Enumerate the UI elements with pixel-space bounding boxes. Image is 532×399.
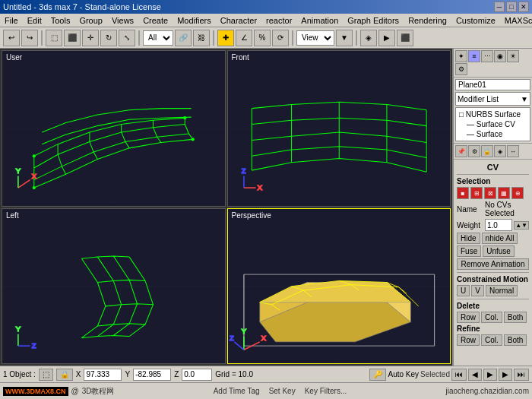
menu-item-modifiers[interactable]: Modifiers [173,15,216,26]
refine-row-button[interactable]: Row [457,334,480,346]
utility-icon[interactable]: ⚙ [455,63,467,75]
quick-render-button[interactable]: ⬛ [397,30,413,46]
select-button[interactable]: ⬚ [46,30,62,46]
delete-both-button[interactable]: Both [504,312,527,323]
minimize-button[interactable]: ─ [494,2,505,12]
make-unique-icon[interactable]: ↔ [507,145,519,157]
modifier-list-dropdown[interactable]: Modifier List ▼ [455,92,530,106]
show-end-result-icon[interactable]: ◈ [494,145,506,157]
object-name-field[interactable]: Plane01 [455,79,530,90]
menu-item-create[interactable]: Create [138,15,173,26]
percent-snap-button[interactable]: % [254,30,271,46]
weight-input[interactable] [485,219,512,231]
snap-button[interactable]: ✚ [217,30,234,46]
cv-sel-icon-4[interactable]: ▦ [498,187,510,199]
transport-end[interactable]: ⏭ [514,369,529,381]
cv-sel-icon-1[interactable]: ■ [457,187,469,199]
delete-col-button[interactable]: Col. [481,312,502,323]
svg-text:X: X [257,183,262,192]
modifier-tree-nurbs[interactable]: □ NURBS Surface [458,109,528,119]
maximize-button[interactable]: □ [506,2,517,12]
reference-coord-dropdown[interactable]: All [143,30,173,46]
select-move-button[interactable]: ✛ [82,30,99,46]
hide-row: Hide nhide All [457,233,529,244]
rotate-button[interactable]: ↻ [100,30,117,46]
transport-play[interactable]: ▶ [483,369,497,381]
title-bar: Untitled - 3ds max 7 - Stand-alone Licen… [0,0,532,14]
delete-row-button[interactable]: Row [457,312,480,323]
modifier-tree-surface-cv[interactable]: — Surface CV [465,119,528,129]
u-button[interactable]: U [457,285,470,296]
user-viewport[interactable]: User [2,50,226,207]
hierarchy-icon[interactable]: ⋯ [481,50,493,62]
menu-item-animation[interactable]: Animation [296,15,343,26]
cv-sel-icon-5[interactable]: ⊕ [511,187,524,199]
left-viewport[interactable]: Left [2,208,226,365]
scale-button[interactable]: ⤡ [119,30,135,46]
transport-start[interactable]: ⏮ [451,369,467,381]
perspective-viewport[interactable]: Perspective [227,208,451,365]
title-bar-buttons: ─ □ ✕ [494,2,529,12]
modifier-tree-surface[interactable]: — Surface [465,129,528,139]
spinner-snap-button[interactable]: ⟳ [272,30,289,46]
link-button[interactable]: 🔗 [175,30,192,46]
z-input[interactable] [182,369,212,381]
cv-sel-icon-2[interactable]: ⊞ [470,187,483,199]
menu-item-views[interactable]: Views [107,15,138,26]
key-icon[interactable]: 🔑 [369,369,386,381]
lock-icon[interactable]: 🔒 [481,145,493,157]
menu-item-tools[interactable]: Tools [46,15,75,26]
view-dropdown[interactable]: View [296,30,334,46]
toolbar-separator-4 [292,30,293,46]
undo-button[interactable]: ↩ [3,30,20,46]
svg-text:Y: Y [16,166,21,175]
refine-col-button[interactable]: Col. [481,334,502,346]
menu-item-graph editors[interactable]: Graph Editors [343,15,404,26]
delete-label: Delete [457,302,529,310]
menu-item-rendering[interactable]: Rendering [404,15,451,26]
nurbs-icon: □ [459,110,466,119]
menu-item-file[interactable]: File [0,15,23,26]
material-editor-button[interactable]: ◈ [360,30,377,46]
angle-snap-button[interactable]: ∠ [236,30,252,46]
named-selection-button[interactable]: ▼ [336,30,353,46]
status-bar: 1 Object : ⬚ 🔒 X Y Z Grid = 10.0 🔑 Auto … [0,366,532,382]
menu-item-reactor[interactable]: reactor [261,15,296,26]
redo-button[interactable]: ↪ [21,30,38,46]
modify-icon[interactable]: ≡ [468,50,480,62]
transport-prev[interactable]: ◀ [468,369,482,381]
front-viewport-label: Front [232,53,249,62]
menu-item-maxscript[interactable]: MAXScript [500,15,532,26]
object-count-button[interactable]: ⬚ [39,369,53,381]
y-input[interactable] [133,369,171,381]
menu-item-customize[interactable]: Customize [451,15,500,26]
create-icon[interactable]: ✦ [455,50,467,62]
v-button[interactable]: V [471,285,484,296]
front-viewport[interactable]: Front [227,50,451,207]
render-scene-button[interactable]: ▶ [378,30,395,46]
lock-button[interactable]: 🔒 [56,369,73,381]
unfuse-button[interactable]: Unfuse [483,245,515,257]
hide-button[interactable]: Hide [457,233,480,244]
menu-item-group[interactable]: Group [74,15,107,26]
display-icon[interactable]: ☀ [507,50,519,62]
fuse-button[interactable]: Fuse [457,245,481,257]
menu-item-character[interactable]: Character [216,15,261,26]
close-button[interactable]: ✕ [518,2,529,12]
menu-item-edit[interactable]: Edit [23,15,46,26]
cv-sel-icon-3[interactable]: ⊠ [484,187,496,199]
transport-next[interactable]: ▶ [499,369,512,381]
unhide-all-button[interactable]: nhide All [482,233,518,244]
motion-icon[interactable]: ◉ [494,50,506,62]
cv-divider-2 [457,272,529,273]
weight-spinner[interactable]: ▲▼ [514,221,529,230]
rp-small-icons: 📌 ⚙ 🔒 ◈ ↔ [454,143,532,160]
normal-button[interactable]: Normal [486,285,518,296]
unlink-button[interactable]: ⛓ [193,30,210,46]
configure-icon[interactable]: ⚙ [468,145,480,157]
remove-animation-button[interactable]: Remove Animation [457,258,529,270]
refine-both-button[interactable]: Both [504,334,527,346]
x-input[interactable] [84,369,122,381]
select-region-button[interactable]: ⬛ [64,30,81,46]
pin-stack-icon[interactable]: 📌 [455,145,467,157]
